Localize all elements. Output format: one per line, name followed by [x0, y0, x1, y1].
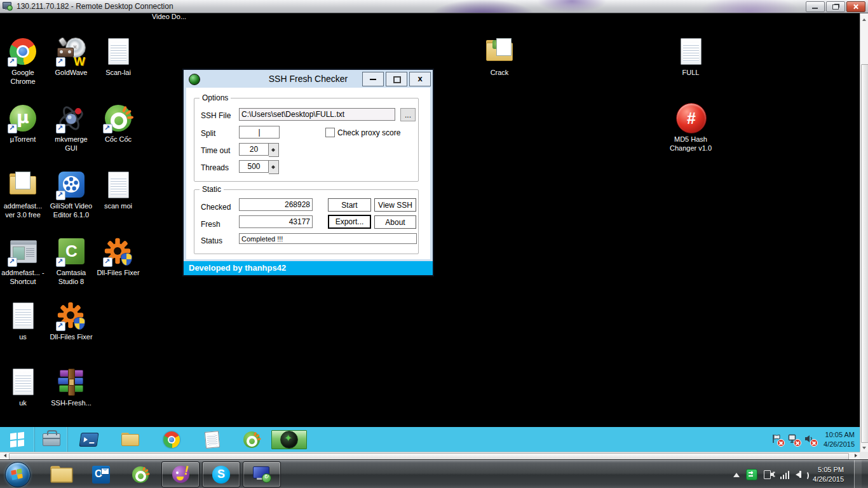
scroll-down-arrow[interactable]: [860, 443, 868, 452]
volume-error-icon[interactable]: [804, 434, 815, 445]
ssh-fresh-checker-window: SSH Fresh Checker x Options SSH File ...…: [182, 69, 434, 276]
google-chrome-icon: [8, 36, 38, 67]
check-proxy-checkbox[interactable]: [325, 128, 335, 137]
network-error-icon[interactable]: [788, 434, 799, 445]
fresh-input[interactable]: [239, 215, 313, 228]
desktop-icon-ssh-fresh-archive[interactable]: SSH-Fresh...: [48, 367, 94, 408]
threads-input[interactable]: [239, 160, 269, 173]
desktop-icon-crack[interactable]: Crack: [477, 36, 522, 78]
local-time: 5:05 PM: [813, 465, 844, 475]
local-taskbar-item-remote-desktop[interactable]: [243, 461, 281, 487]
taskbar-item-ssh-fresh-checker-active[interactable]: [271, 427, 308, 452]
show-desktop-button[interactable]: [854, 460, 862, 488]
desktop-icon-full[interactable]: FULL: [668, 36, 714, 78]
split-input[interactable]: [239, 126, 280, 139]
local-taskbar-item-yahoo-messenger[interactable]: [161, 461, 200, 487]
sync-tray-icon[interactable]: [746, 469, 757, 480]
restore-button[interactable]: [826, 1, 845, 12]
taskbar-item-coc-coc[interactable]: [232, 427, 271, 452]
threads-spinner[interactable]: [269, 160, 279, 174]
desktop-icon-dll-files-fixer-2[interactable]: Dll-Files Fixer: [48, 301, 94, 342]
desktop-icon-camtasia[interactable]: Camtasia Studio 8: [48, 236, 94, 287]
ssh-minimize-button[interactable]: [362, 72, 384, 86]
desktop-icon-google-chrome[interactable]: Google Chrome: [0, 36, 46, 86]
goldwave-icon: W: [56, 36, 86, 67]
status-input[interactable]: [239, 233, 417, 244]
volume-icon[interactable]: [796, 470, 806, 479]
remote-clock[interactable]: 10:05 AM 4/26/2015: [824, 430, 855, 449]
timeout-spinner[interactable]: [269, 143, 279, 157]
desktop-icon-scan-moi[interactable]: scan moi: [95, 170, 141, 211]
mkvmerge-icon: [56, 103, 86, 133]
remote-date: 4/26/2015: [824, 440, 855, 449]
local-taskbar-item-skype[interactable]: [202, 461, 240, 487]
browse-button[interactable]: ...: [400, 108, 416, 121]
notepad-file-icon: [8, 301, 38, 331]
ssh-close-button[interactable]: x: [409, 72, 431, 86]
local-taskbar-item-coc-coc[interactable]: [121, 460, 160, 488]
horizontal-scrollbar[interactable]: [0, 452, 860, 459]
active-app-highlight: [271, 430, 307, 449]
vertical-scroll-thumb[interactable]: [861, 64, 868, 443]
network-signal-icon[interactable]: [780, 470, 790, 479]
check-proxy-label: Check proxy score: [337, 128, 400, 137]
power-plug-tray-icon[interactable]: [764, 470, 774, 480]
window-controls: [806, 1, 865, 12]
shortcut-arrow-overlay: [56, 57, 65, 67]
error-badge: [777, 439, 785, 447]
timeout-label: Time out: [201, 146, 230, 155]
taskbar-item-notepad[interactable]: [192, 427, 232, 452]
shortcut-arrow-overlay: [8, 257, 17, 267]
fresh-label: Fresh: [201, 220, 220, 229]
desktop-icon-mkvmerge[interactable]: mkvmerge GUI: [48, 103, 94, 153]
view-ssh-button[interactable]: View SSH: [374, 198, 416, 212]
desktop-icon-dll-files-fixer[interactable]: Dll-Files Fixer: [95, 236, 141, 278]
desktop-icon-md5-hash-changer[interactable]: MD5 Hash Changer v1.0: [663, 103, 719, 153]
show-hidden-icons-button[interactable]: [733, 470, 740, 477]
export-button[interactable]: Export...: [328, 215, 371, 229]
desktop-icon-gilisoft[interactable]: GiliSoft Video Editor 6.1.0: [48, 170, 94, 220]
google-chrome-icon: [162, 430, 181, 449]
desktop-icon-coc-coc[interactable]: Cốc Cốc: [95, 103, 141, 144]
desktop-icon-addmefast-folder[interactable]: addmefast... ver 3.0 free: [0, 170, 46, 220]
scroll-right-arrow[interactable]: [851, 452, 860, 459]
taskbar-item-powershell[interactable]: [68, 427, 109, 452]
desktop-icon-uk[interactable]: uk: [0, 367, 46, 408]
about-button[interactable]: About: [374, 215, 416, 229]
checked-input[interactable]: [239, 198, 313, 211]
windows-orb-flag-icon: [11, 468, 23, 480]
local-clock[interactable]: 5:05 PM 4/26/2015: [813, 465, 844, 484]
start-button[interactable]: Start: [328, 198, 371, 212]
desktop-icon-utorrent[interactable]: µTorrent: [0, 103, 46, 144]
close-button[interactable]: [846, 1, 865, 12]
scroll-left-arrow[interactable]: [0, 452, 8, 459]
remote-start-button[interactable]: [0, 427, 35, 452]
action-flag-error-icon[interactable]: [771, 434, 782, 445]
taskbar-item-server-manager[interactable]: [35, 427, 68, 452]
local-taskbar-item-explorer[interactable]: [42, 460, 81, 488]
desktop-icon-scan-lai[interactable]: Scan-lai: [95, 36, 141, 78]
local-start-button[interactable]: [5, 462, 31, 487]
local-date: 4/26/2015: [813, 475, 844, 484]
taskbar-item-file-explorer[interactable]: [109, 427, 151, 452]
ssh-footer-bar: Developed by thanhps42: [184, 261, 433, 275]
ssh-file-input[interactable]: [239, 108, 395, 121]
camtasia-icon: [56, 236, 86, 267]
scroll-up-arrow[interactable]: [860, 13, 868, 22]
ssh-window-titlebar[interactable]: SSH Fresh Checker x: [184, 70, 433, 88]
desktop-icon-us[interactable]: us: [0, 301, 46, 342]
minimize-button[interactable]: [806, 1, 825, 12]
vertical-scrollbar[interactable]: [860, 13, 868, 452]
local-taskbar-item-outlook[interactable]: [81, 460, 121, 488]
ssh-file-label: SSH File: [201, 111, 231, 120]
notepad-file-icon: [103, 36, 133, 67]
desktop-icon-goldwave[interactable]: W GoldWave: [48, 36, 94, 78]
timeout-input[interactable]: [239, 143, 269, 156]
taskbar-item-chrome[interactable]: [151, 427, 192, 452]
clipped-icon-label[interactable]: Video Do...: [147, 13, 191, 20]
screen: 130.211.70.182 - Remote Desktop Connecti…: [0, 0, 868, 488]
desktop-icon-addmefast-shortcut[interactable]: addmefast... - Shortcut: [0, 236, 46, 287]
coc-coc-icon: [131, 465, 150, 484]
ssh-maximize-button[interactable]: [386, 72, 407, 86]
remote-desktop-icon: [252, 466, 271, 483]
